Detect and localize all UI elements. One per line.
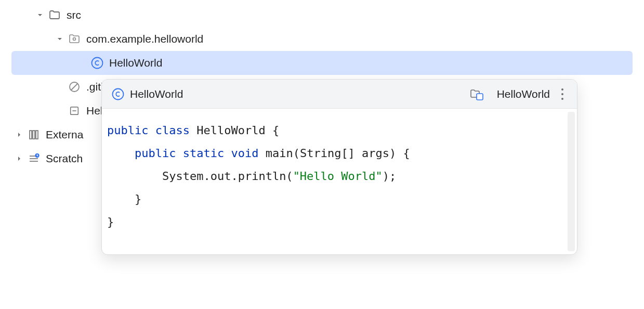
svg-line-3	[71, 84, 77, 90]
java-class-icon	[111, 87, 125, 101]
chevron-right-icon[interactable]	[16, 131, 23, 138]
code-keyword: public	[107, 124, 148, 137]
scratches-icon	[27, 152, 41, 165]
tree-item-src[interactable]: src	[0, 3, 644, 27]
svg-rect-14	[477, 94, 483, 100]
svg-rect-7	[33, 131, 35, 139]
quick-definition-popup: HelloWorld HelloWorld public class Hello…	[101, 79, 577, 255]
tree-item-label: com.example.helloworld	[86, 33, 203, 45]
chevron-down-icon[interactable]	[36, 11, 44, 19]
code-text: }	[107, 215, 114, 228]
tree-item-package[interactable]: com.example.helloworld	[0, 27, 644, 51]
code-keyword: void	[231, 147, 258, 160]
folder-icon	[48, 8, 61, 22]
tree-item-label: src	[67, 9, 81, 21]
package-icon	[68, 32, 81, 46]
svg-point-1	[92, 58, 103, 69]
popup-title: HelloWorld	[130, 88, 183, 100]
tree-item-label: HelloWorld	[109, 57, 162, 69]
code-text: HelloWorld {	[190, 124, 279, 137]
code-preview[interactable]: public class HelloWorld { public static …	[102, 109, 577, 254]
library-icon	[27, 128, 41, 141]
tree-item-class-helloworld[interactable]: HelloWorld	[11, 51, 633, 75]
svg-point-13	[113, 88, 124, 99]
navigate-to-source-icon[interactable]	[469, 87, 484, 101]
scrollbar[interactable]	[568, 112, 575, 251]
tree-item-label: Scratch	[46, 152, 83, 165]
code-text: System.out.println(	[107, 170, 293, 183]
chevron-right-icon[interactable]	[16, 155, 23, 162]
code-text: );	[383, 170, 397, 183]
code-keyword: static	[183, 147, 224, 160]
code-keyword: class	[155, 124, 190, 137]
ignored-file-icon	[68, 80, 81, 94]
code-string: "Hello World"	[293, 170, 383, 183]
code-text: main(String[] args) {	[258, 147, 410, 160]
svg-point-0	[73, 38, 76, 41]
popup-location-label[interactable]: HelloWorld	[497, 88, 550, 100]
tree-item-label: Externa	[46, 128, 83, 141]
popup-header: HelloWorld HelloWorld	[102, 80, 577, 109]
svg-rect-8	[36, 131, 38, 139]
svg-rect-6	[30, 131, 32, 139]
java-class-icon	[90, 56, 104, 70]
code-keyword: public	[135, 147, 176, 160]
chevron-down-icon[interactable]	[56, 35, 63, 43]
more-options-icon[interactable]	[557, 88, 568, 100]
module-file-icon	[68, 104, 81, 118]
code-text: }	[107, 192, 141, 205]
